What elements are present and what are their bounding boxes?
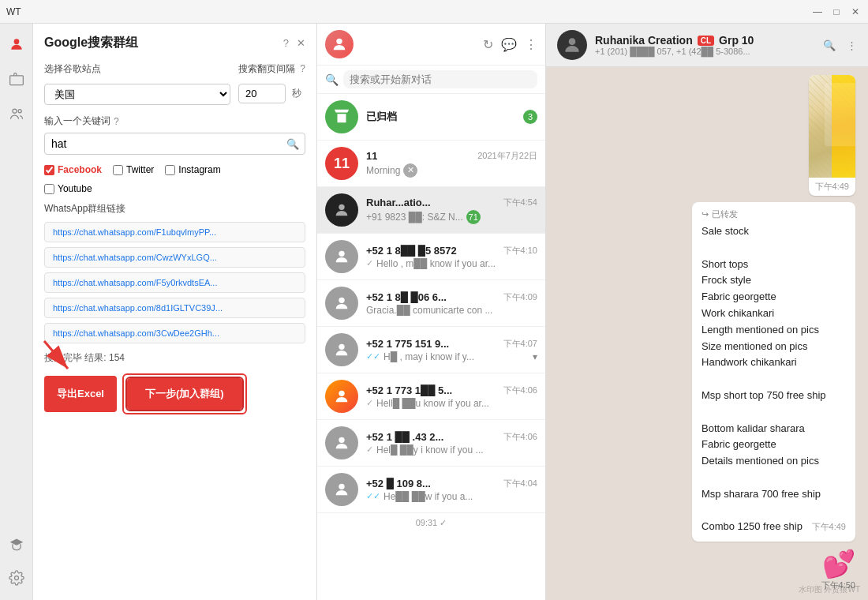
chat-search-bar: 🔍 xyxy=(317,66,545,94)
app-title: WT xyxy=(6,6,21,17)
icon-sidebar xyxy=(0,24,33,600)
whatsapp-label: WhatsApp群组链接 xyxy=(44,202,305,216)
link-item[interactable]: https://chat.whatsapp.com/CwzWYxLGQ... xyxy=(44,247,305,268)
sidebar-icon-graduation[interactable] xyxy=(4,532,29,557)
ruhanika-name: Ruhar...atio... xyxy=(366,197,431,208)
chat-52-2-time: 下午4:09 xyxy=(503,291,537,303)
chat-search-input[interactable] xyxy=(343,70,537,88)
close-button[interactable]: ✕ xyxy=(849,6,862,18)
chat-52-4-preview: ✓ Hell█ ██u know if you ar... xyxy=(366,398,537,409)
chat-52-4-name: +52 1 773 1██ 5... xyxy=(366,384,452,396)
chat-52-3-info: +52 1 775 151 9... 下午4:07 ✓✓ H█ , may i … xyxy=(366,338,537,362)
image-time: 下午4:49 xyxy=(809,178,855,196)
svg-point-9 xyxy=(339,251,344,257)
chat-item-52-5[interactable]: +52 1 ██ .43 2... 下午4:06 ✓ Hel█ ██y i kn… xyxy=(317,420,545,467)
titlebar: WT — □ ✕ xyxy=(0,0,868,24)
interval-label: 搜索翻页间隔 ? xyxy=(238,62,305,76)
archived-badge: 3 xyxy=(523,110,537,124)
site-group: 选择谷歌站点 美国 xyxy=(44,62,230,105)
chat-52-6-time: 下午4:04 xyxy=(503,478,537,489)
archived-avatar xyxy=(325,100,358,133)
archived-name: 已归档 xyxy=(366,110,397,124)
chat-item-52-6[interactable]: +52 █ 109 8... 下午4:04 ✓✓ He██ ██w if you… xyxy=(317,467,545,513)
panel-close-icon[interactable]: ✕ xyxy=(297,37,305,49)
chat-item-11[interactable]: 11 11 2021年7月22日 Morning ✕ xyxy=(317,141,545,187)
chat-item-52-4[interactable]: +52 1 773 1██ 5... 下午4:06 ✓ Hell█ ██u kn… xyxy=(317,373,545,420)
chat-52-5-preview: ✓ Hel█ ██y i know if you ... xyxy=(366,444,537,456)
message-header-icons: 🔍 ⋮ xyxy=(823,39,857,51)
svg-point-3 xyxy=(18,110,21,113)
fabric-image xyxy=(809,75,855,178)
svg-point-0 xyxy=(13,39,19,44)
chat-52-2-preview: Gracia.██ comunicarte con ... xyxy=(366,305,537,316)
chat-item-52-3[interactable]: +52 1 775 151 9... 下午4:07 ✓✓ H█ , may i … xyxy=(317,327,545,373)
facebook-label: Facebook xyxy=(58,164,102,175)
more-icon[interactable]: ⋮ xyxy=(525,37,537,52)
chat-item-ruhanika[interactable]: Ruhar...atio... 下午4:54 +91 9823 ██: S&Z … xyxy=(317,187,545,234)
chat-item-52-1[interactable]: +52 1 8██ █5 8572 下午4:10 ✓ Hello , m██ k… xyxy=(317,234,545,280)
svg-point-10 xyxy=(339,298,344,303)
ruhanika-avatar xyxy=(325,193,358,227)
twitter-checkbox[interactable]: Twitter xyxy=(113,164,154,175)
svg-point-7 xyxy=(336,39,342,44)
svg-point-2 xyxy=(13,109,17,113)
site-select[interactable]: 美国 xyxy=(44,84,230,105)
chat-52-5-info: +52 1 ██ .43 2... 下午4:06 ✓ Hel█ ██y i kn… xyxy=(366,431,537,456)
message-more-icon[interactable]: ⋮ xyxy=(847,39,857,51)
message-header-info: Ruhanika Creation CL Grp 10 +1 (201) ███… xyxy=(595,34,815,56)
text-message-bubble: ↪ 已转发 Sale stock Short tops Frock style … xyxy=(692,202,855,542)
sidebar-icon-settings[interactable] xyxy=(4,565,29,591)
facebook-checkbox[interactable]: Facebook xyxy=(44,164,102,175)
svg-point-13 xyxy=(339,437,344,443)
chat-icon[interactable]: 💬 xyxy=(501,37,517,52)
help-icon[interactable]: ? xyxy=(283,37,289,49)
chat-52-6-name: +52 █ 109 8... xyxy=(366,478,431,489)
action-area: 导出Excel 下一步(加入群组) xyxy=(44,373,305,412)
interval-input[interactable] xyxy=(238,84,286,103)
chat-52-4-info: +52 1 773 1██ 5... 下午4:06 ✓ Hell█ ██u kn… xyxy=(366,384,537,409)
keyword-input[interactable] xyxy=(44,133,305,155)
chat-item-52-2[interactable]: +52 1 8█ █06 6... 下午4:09 Gracia.██ comun… xyxy=(317,280,545,327)
link-item[interactable]: https://chat.whatsapp.com/F1ubqvlmyPP... xyxy=(44,222,305,242)
watermark: 水印图 外贸狼WT xyxy=(799,584,860,595)
instagram-checkbox[interactable]: Instagram xyxy=(165,164,220,175)
next-step-button[interactable]: 下一步(加入群组) xyxy=(127,378,242,410)
keyword-search-icon[interactable]: 🔍 xyxy=(286,138,299,150)
chat-11-name: 11 xyxy=(366,150,377,162)
link-item[interactable]: https://chat.whatsapp.com/8d1IGLTVC39J..… xyxy=(44,298,305,318)
search-panel: Google搜索群组 ? ✕ 选择谷歌站点 美国 搜索翻页间隔 ? xyxy=(33,24,317,600)
chat-52-3-name: +52 1 775 151 9... xyxy=(366,338,449,350)
refresh-icon[interactable]: ↻ xyxy=(483,37,493,52)
hearts-emoji: 💕 xyxy=(822,548,855,579)
chat-52-1-name: +52 1 8██ █5 8572 xyxy=(366,245,457,257)
chat-list-header: ↻ 💬 ⋮ xyxy=(317,24,545,66)
message-header-sub: +1 (201) ████ 057, +1 (42██ 5-3086... xyxy=(595,47,815,56)
link-item[interactable]: https://chat.whatsapp.com/F5y0rkvdtsEA..… xyxy=(44,272,305,293)
message-panel: Ruhanika Creation CL Grp 10 +1 (201) ███… xyxy=(546,24,868,600)
ruhanika-info: Ruhar...atio... 下午4:54 +91 9823 ██: S&Z … xyxy=(366,197,537,224)
message-search-icon[interactable]: 🔍 xyxy=(823,39,836,51)
chat-52-3-time: 下午4:07 xyxy=(503,338,537,350)
svg-point-4 xyxy=(14,576,18,580)
message-header-name: Ruhanika Creation CL Grp 10 xyxy=(595,34,815,47)
ruhanika-time: 下午4:54 xyxy=(503,197,537,208)
chat-11-time: 2021年7月22日 xyxy=(477,150,537,162)
sidebar-icon-business[interactable] xyxy=(4,66,29,92)
archived-item[interactable]: 已归档 3 xyxy=(317,94,545,141)
keyword-input-wrap: 🔍 xyxy=(44,133,305,155)
image-message: 下午4:49 xyxy=(809,75,855,196)
minimize-button[interactable]: — xyxy=(811,6,824,18)
chat-52-2-info: +52 1 8█ █06 6... 下午4:09 Gracia.██ comun… xyxy=(366,291,537,316)
sidebar-icon-user[interactable] xyxy=(4,32,29,57)
youtube-checkbox[interactable]: Youtube xyxy=(44,183,92,194)
red-arrow-indicator xyxy=(36,333,84,383)
maximize-button[interactable]: □ xyxy=(830,6,843,18)
cl-badge: CL xyxy=(698,36,714,46)
message-header: Ruhanika Creation CL Grp 10 +1 (201) ███… xyxy=(546,24,868,67)
message-content: 下午4:49 ↪ 已转发 Sale stock Short tops Frock… xyxy=(546,67,868,600)
sec-label: 秒 xyxy=(292,87,301,100)
sidebar-icon-contacts[interactable] xyxy=(4,101,29,126)
chat-52-2-name: +52 1 8█ █06 6... xyxy=(366,291,447,303)
app-container: Google搜索群组 ? ✕ 选择谷歌站点 美国 搜索翻页间隔 ? xyxy=(0,24,868,600)
svg-point-12 xyxy=(339,391,344,396)
